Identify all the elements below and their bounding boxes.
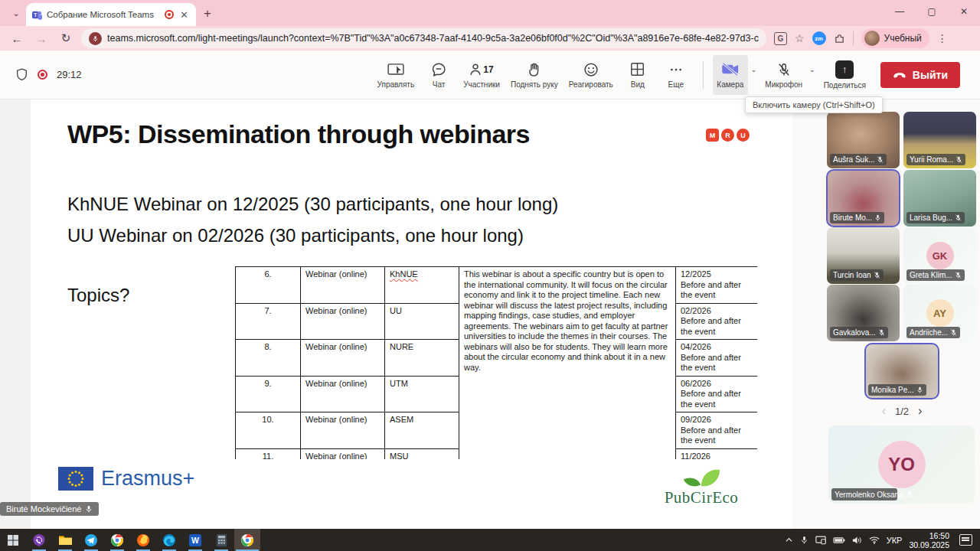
cell-type: Webinar (online)	[301, 412, 385, 449]
cell-date: 04/2026Before and after the event	[676, 340, 758, 377]
address-bar[interactable]: teams.microsoft.com/light-meetings/launc…	[81, 28, 766, 48]
participant-tile[interactable]: GKGreta Klim...	[903, 227, 976, 284]
microphone-button[interactable]: Микрофон	[761, 55, 806, 95]
view-button[interactable]: Вид	[620, 55, 655, 95]
tray-monitor-icon[interactable]	[815, 536, 826, 545]
cell-org: ASEM	[385, 412, 459, 449]
microphone-chevron-icon[interactable]: ⌄	[809, 66, 815, 73]
page-prev-icon[interactable]: ‹	[882, 404, 886, 418]
url-text: teams.microsoft.com/light-meetings/launc…	[107, 33, 759, 44]
participant-nametag: Monika Pe...	[868, 384, 926, 396]
clock[interactable]: 16:50 30.09.2025	[909, 531, 949, 549]
cell-org: KhNUE	[385, 267, 459, 304]
taskbar-edge-icon[interactable]	[156, 529, 182, 551]
mic-muted-icon	[906, 490, 913, 499]
stage-gutter	[0, 99, 31, 529]
camera-off-icon	[721, 61, 740, 78]
taskbar-file-explorer-icon[interactable]	[52, 529, 78, 551]
tray-battery-icon[interactable]	[833, 536, 845, 544]
erasmus-logo: Erasmus+	[58, 467, 194, 491]
page-indicator: 1/2	[895, 406, 909, 417]
participant-tile[interactable]: Larisa Bug...	[903, 170, 976, 227]
hand-icon	[528, 61, 541, 78]
react-button[interactable]: Реагировать	[565, 55, 617, 95]
participant-nametag: Birute Mo...	[830, 212, 884, 223]
close-button[interactable]: ✕	[948, 0, 980, 23]
browser-titlebar: ⌄ T Собрание Microsoft Teams ✕ + — ▢ ✕	[0, 0, 980, 26]
mic-muted-icon	[878, 328, 885, 337]
taskbar-calculator-icon[interactable]	[208, 529, 234, 551]
translate-icon[interactable]: G	[774, 32, 787, 45]
camera-button[interactable]: Камера	[713, 55, 748, 95]
cell-num: 9.	[236, 376, 301, 412]
participant-tile[interactable]: Aušra Šuk...	[827, 112, 900, 168]
notification-center-icon[interactable]	[959, 534, 972, 546]
avatar	[864, 31, 880, 46]
browser-tab[interactable]: T Собрание Microsoft Teams ✕	[26, 3, 196, 26]
tray-speaker-icon[interactable]	[852, 536, 862, 545]
participant-tile[interactable]: Gavkalova...	[827, 285, 900, 341]
profile-chip[interactable]: Учебный	[861, 28, 929, 48]
leave-button[interactable]: Выйти	[880, 62, 960, 88]
share-button[interactable]: ↑ Поделиться	[820, 55, 870, 95]
meeting-toolbar: 29:12 УправлятьЧат17УчастникиПоднять рук…	[0, 51, 980, 99]
taskbar-start-icon[interactable]	[0, 529, 26, 551]
taskbar-viber-icon[interactable]	[26, 529, 52, 551]
eu-flag-icon	[58, 467, 93, 491]
zoom-extension-icon[interactable]: zm	[812, 31, 826, 45]
chat-button[interactable]: Чат	[421, 55, 456, 95]
svg-text:T: T	[34, 11, 37, 17]
tab-close-icon[interactable]: ✕	[178, 9, 190, 21]
participant-tile[interactable]: Turcin Ioan	[827, 227, 900, 284]
new-tab-button[interactable]: +	[204, 6, 211, 21]
leave-label: Выйти	[913, 69, 948, 81]
taskbar-telegram-icon[interactable]	[78, 529, 104, 551]
browser-menu-icon[interactable]: ⋮	[937, 32, 948, 44]
maximize-button[interactable]: ▢	[916, 0, 948, 23]
taskbar-chrome-icon[interactable]	[104, 529, 130, 551]
reload-icon[interactable]: ↻	[57, 31, 75, 45]
raise-hand-button[interactable]: Поднять руку	[507, 55, 562, 95]
taskbar-firefox-icon[interactable]	[130, 529, 156, 551]
recording-indicator-icon	[38, 70, 47, 80]
back-icon[interactable]: ←	[8, 32, 26, 45]
cell-date: 11/2026Before and after the event	[676, 448, 758, 459]
participant-tile[interactable]: Birute Mo...	[827, 170, 900, 227]
camera-tooltip: Включить камеру (Ctrl+Shift+O)	[745, 96, 883, 113]
language-indicator[interactable]: УКР	[887, 536, 903, 545]
taskbar-chrome-icon[interactable]	[234, 529, 260, 551]
taskbar-word-icon[interactable]: W	[182, 529, 208, 551]
minimize-button[interactable]: —	[884, 0, 916, 23]
system-tray: УКР 16:50 30.09.2025	[785, 531, 980, 549]
extensions-puzzle-icon[interactable]	[834, 33, 845, 44]
tray-mic-icon[interactable]	[800, 535, 808, 545]
cell-date: 06/2026Before and after the event	[676, 376, 758, 412]
cell-type: Webinar (online)	[301, 303, 385, 340]
ellipsis-icon	[668, 61, 684, 78]
bookmark-star-icon[interactable]: ☆	[795, 32, 805, 44]
participant-tile[interactable]: AYAndriiche...	[903, 285, 976, 341]
tray-wifi-icon[interactable]	[869, 536, 880, 544]
avatar: YO	[878, 441, 926, 488]
manage-button[interactable]: Управлять	[374, 55, 419, 95]
more-button[interactable]: Еще	[658, 55, 694, 95]
participant-tile[interactable]: Yurii Roma...	[903, 112, 976, 168]
presenter-name: Birutė Mockevičienė	[6, 504, 81, 514]
page-next-icon[interactable]: ›	[918, 404, 922, 418]
mic-permission-icon[interactable]	[89, 32, 102, 45]
participant-tile-spotlight[interactable]: YO Yermolenko Oksana	[828, 425, 975, 504]
smiley-icon	[583, 61, 599, 78]
microphone-label: Микрофон	[765, 80, 802, 89]
tray-chevron-up-icon[interactable]	[785, 536, 793, 544]
participants-button[interactable]: 17Участники	[459, 55, 504, 95]
screen-share-icon	[387, 61, 404, 78]
cell-date: 12/2025Before and after the event	[676, 267, 758, 304]
camera-chevron-icon[interactable]: ⌄	[751, 66, 757, 73]
participant-tile[interactable]: Monika Pe...	[865, 344, 939, 399]
forward-icon[interactable]: →	[32, 32, 51, 45]
cell-description: This webinar is about a specific country…	[459, 267, 676, 460]
pubcireco-label: PubCirEco	[648, 488, 755, 507]
participant-nametag: Andriiche...	[906, 327, 960, 338]
tab-search-chevron-icon[interactable]: ⌄	[6, 3, 26, 23]
leaves-icon	[681, 462, 721, 488]
